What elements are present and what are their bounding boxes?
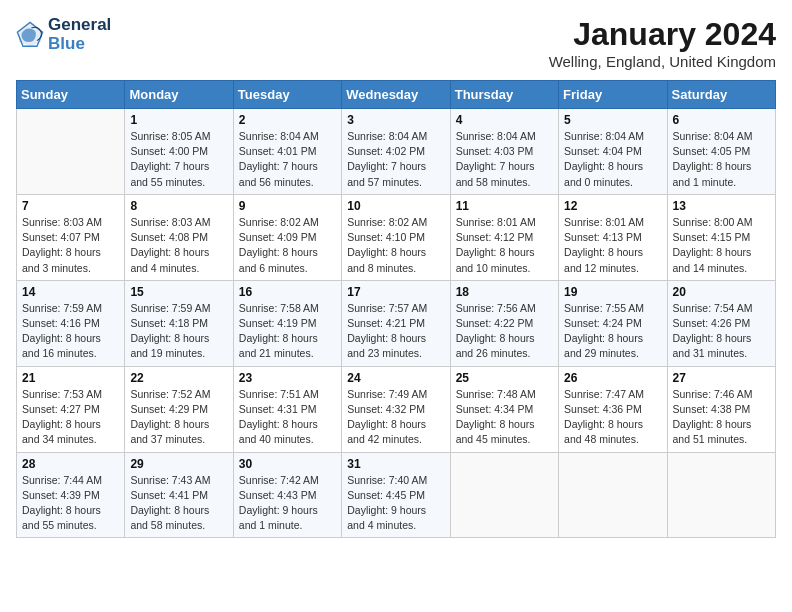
day-info: Sunrise: 8:03 AM Sunset: 4:07 PM Dayligh… <box>22 215 119 276</box>
day-info: Sunrise: 8:01 AM Sunset: 4:13 PM Dayligh… <box>564 215 661 276</box>
day-info: Sunrise: 8:04 AM Sunset: 4:01 PM Dayligh… <box>239 129 336 190</box>
calendar-cell: 17Sunrise: 7:57 AM Sunset: 4:21 PM Dayli… <box>342 280 450 366</box>
calendar-cell: 22Sunrise: 7:52 AM Sunset: 4:29 PM Dayli… <box>125 366 233 452</box>
calendar-cell: 25Sunrise: 7:48 AM Sunset: 4:34 PM Dayli… <box>450 366 558 452</box>
day-info: Sunrise: 7:55 AM Sunset: 4:24 PM Dayligh… <box>564 301 661 362</box>
day-info: Sunrise: 7:42 AM Sunset: 4:43 PM Dayligh… <box>239 473 336 534</box>
calendar-cell: 19Sunrise: 7:55 AM Sunset: 4:24 PM Dayli… <box>559 280 667 366</box>
day-info: Sunrise: 8:00 AM Sunset: 4:15 PM Dayligh… <box>673 215 770 276</box>
day-info: Sunrise: 7:56 AM Sunset: 4:22 PM Dayligh… <box>456 301 553 362</box>
calendar-cell <box>667 452 775 538</box>
calendar-cell <box>17 109 125 195</box>
day-number: 31 <box>347 457 444 471</box>
day-info: Sunrise: 8:04 AM Sunset: 4:05 PM Dayligh… <box>673 129 770 190</box>
calendar-cell <box>450 452 558 538</box>
column-header-friday: Friday <box>559 81 667 109</box>
day-number: 11 <box>456 199 553 213</box>
day-number: 1 <box>130 113 227 127</box>
column-header-thursday: Thursday <box>450 81 558 109</box>
day-info: Sunrise: 7:51 AM Sunset: 4:31 PM Dayligh… <box>239 387 336 448</box>
calendar-cell: 1Sunrise: 8:05 AM Sunset: 4:00 PM Daylig… <box>125 109 233 195</box>
calendar-cell: 10Sunrise: 8:02 AM Sunset: 4:10 PM Dayli… <box>342 194 450 280</box>
calendar-cell: 13Sunrise: 8:00 AM Sunset: 4:15 PM Dayli… <box>667 194 775 280</box>
day-number: 18 <box>456 285 553 299</box>
day-number: 30 <box>239 457 336 471</box>
column-header-saturday: Saturday <box>667 81 775 109</box>
day-number: 6 <box>673 113 770 127</box>
day-number: 21 <box>22 371 119 385</box>
calendar-cell: 20Sunrise: 7:54 AM Sunset: 4:26 PM Dayli… <box>667 280 775 366</box>
month-title: January 2024 <box>549 16 776 53</box>
calendar-cell: 8Sunrise: 8:03 AM Sunset: 4:08 PM Daylig… <box>125 194 233 280</box>
calendar-cell: 4Sunrise: 8:04 AM Sunset: 4:03 PM Daylig… <box>450 109 558 195</box>
calendar-cell: 14Sunrise: 7:59 AM Sunset: 4:16 PM Dayli… <box>17 280 125 366</box>
day-info: Sunrise: 7:52 AM Sunset: 4:29 PM Dayligh… <box>130 387 227 448</box>
calendar-cell <box>559 452 667 538</box>
day-info: Sunrise: 7:44 AM Sunset: 4:39 PM Dayligh… <box>22 473 119 534</box>
calendar-cell: 9Sunrise: 8:02 AM Sunset: 4:09 PM Daylig… <box>233 194 341 280</box>
day-info: Sunrise: 8:03 AM Sunset: 4:08 PM Dayligh… <box>130 215 227 276</box>
logo: General Blue <box>16 16 111 53</box>
day-info: Sunrise: 8:04 AM Sunset: 4:03 PM Dayligh… <box>456 129 553 190</box>
day-number: 13 <box>673 199 770 213</box>
column-header-tuesday: Tuesday <box>233 81 341 109</box>
header: General Blue January 2024 Welling, Engla… <box>16 16 776 70</box>
day-number: 12 <box>564 199 661 213</box>
calendar-cell: 5Sunrise: 8:04 AM Sunset: 4:04 PM Daylig… <box>559 109 667 195</box>
day-number: 2 <box>239 113 336 127</box>
calendar-cell: 6Sunrise: 8:04 AM Sunset: 4:05 PM Daylig… <box>667 109 775 195</box>
calendar-table: SundayMondayTuesdayWednesdayThursdayFrid… <box>16 80 776 538</box>
day-number: 23 <box>239 371 336 385</box>
day-info: Sunrise: 8:02 AM Sunset: 4:10 PM Dayligh… <box>347 215 444 276</box>
calendar-cell: 15Sunrise: 7:59 AM Sunset: 4:18 PM Dayli… <box>125 280 233 366</box>
calendar-header-row: SundayMondayTuesdayWednesdayThursdayFrid… <box>17 81 776 109</box>
day-info: Sunrise: 7:48 AM Sunset: 4:34 PM Dayligh… <box>456 387 553 448</box>
day-number: 27 <box>673 371 770 385</box>
day-info: Sunrise: 7:57 AM Sunset: 4:21 PM Dayligh… <box>347 301 444 362</box>
calendar-cell: 24Sunrise: 7:49 AM Sunset: 4:32 PM Dayli… <box>342 366 450 452</box>
day-number: 25 <box>456 371 553 385</box>
day-number: 29 <box>130 457 227 471</box>
day-number: 8 <box>130 199 227 213</box>
logo-icon <box>16 21 44 49</box>
day-number: 14 <box>22 285 119 299</box>
day-number: 24 <box>347 371 444 385</box>
logo-text: General Blue <box>48 16 111 53</box>
calendar-week-row: 7Sunrise: 8:03 AM Sunset: 4:07 PM Daylig… <box>17 194 776 280</box>
calendar-cell: 30Sunrise: 7:42 AM Sunset: 4:43 PM Dayli… <box>233 452 341 538</box>
calendar-cell: 2Sunrise: 8:04 AM Sunset: 4:01 PM Daylig… <box>233 109 341 195</box>
day-number: 4 <box>456 113 553 127</box>
day-number: 16 <box>239 285 336 299</box>
day-info: Sunrise: 7:59 AM Sunset: 4:18 PM Dayligh… <box>130 301 227 362</box>
calendar-cell: 12Sunrise: 8:01 AM Sunset: 4:13 PM Dayli… <box>559 194 667 280</box>
day-number: 3 <box>347 113 444 127</box>
title-area: January 2024 Welling, England, United Ki… <box>549 16 776 70</box>
day-info: Sunrise: 7:49 AM Sunset: 4:32 PM Dayligh… <box>347 387 444 448</box>
day-number: 20 <box>673 285 770 299</box>
day-number: 9 <box>239 199 336 213</box>
day-info: Sunrise: 7:40 AM Sunset: 4:45 PM Dayligh… <box>347 473 444 534</box>
calendar-cell: 21Sunrise: 7:53 AM Sunset: 4:27 PM Dayli… <box>17 366 125 452</box>
calendar-cell: 26Sunrise: 7:47 AM Sunset: 4:36 PM Dayli… <box>559 366 667 452</box>
day-number: 19 <box>564 285 661 299</box>
calendar-week-row: 21Sunrise: 7:53 AM Sunset: 4:27 PM Dayli… <box>17 366 776 452</box>
day-info: Sunrise: 8:02 AM Sunset: 4:09 PM Dayligh… <box>239 215 336 276</box>
day-number: 26 <box>564 371 661 385</box>
calendar-cell: 27Sunrise: 7:46 AM Sunset: 4:38 PM Dayli… <box>667 366 775 452</box>
day-info: Sunrise: 7:43 AM Sunset: 4:41 PM Dayligh… <box>130 473 227 534</box>
day-number: 15 <box>130 285 227 299</box>
day-number: 28 <box>22 457 119 471</box>
calendar-cell: 29Sunrise: 7:43 AM Sunset: 4:41 PM Dayli… <box>125 452 233 538</box>
day-info: Sunrise: 7:58 AM Sunset: 4:19 PM Dayligh… <box>239 301 336 362</box>
day-number: 17 <box>347 285 444 299</box>
day-number: 22 <box>130 371 227 385</box>
column-header-sunday: Sunday <box>17 81 125 109</box>
column-header-monday: Monday <box>125 81 233 109</box>
day-info: Sunrise: 8:01 AM Sunset: 4:12 PM Dayligh… <box>456 215 553 276</box>
day-number: 7 <box>22 199 119 213</box>
day-info: Sunrise: 8:04 AM Sunset: 4:04 PM Dayligh… <box>564 129 661 190</box>
location: Welling, England, United Kingdom <box>549 53 776 70</box>
calendar-cell: 16Sunrise: 7:58 AM Sunset: 4:19 PM Dayli… <box>233 280 341 366</box>
calendar-cell: 3Sunrise: 8:04 AM Sunset: 4:02 PM Daylig… <box>342 109 450 195</box>
day-info: Sunrise: 7:59 AM Sunset: 4:16 PM Dayligh… <box>22 301 119 362</box>
